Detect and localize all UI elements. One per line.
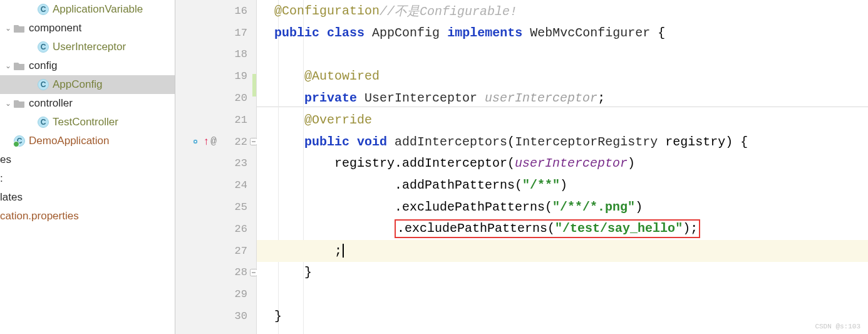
- chevron-down-icon: ⌄: [4, 61, 13, 70]
- gutter-line[interactable]: 18: [175, 44, 256, 66]
- ide-root: CApplicationVariable⌄componentCUserInter…: [0, 0, 868, 334]
- line-number: 18: [235, 48, 247, 60]
- class-icon: C: [38, 4, 49, 15]
- tree-item-truncated[interactable]: lates: [0, 188, 175, 207]
- tree-class[interactable]: CUserInterceptor: [0, 38, 175, 56]
- code-line: [257, 44, 868, 66]
- line-number: 22: [235, 136, 247, 148]
- line-number: 25: [235, 201, 247, 213]
- tree-folder[interactable]: ⌄component: [0, 19, 175, 38]
- code-line: @Autowired: [257, 65, 868, 87]
- annotation: @Autowired: [304, 69, 380, 83]
- tree-item-label: TestController: [53, 116, 118, 128]
- code-line: @Configuration//不是Configurable!: [257, 0, 868, 22]
- tree-item-label: lates: [0, 191, 23, 204]
- override-marker[interactable]: ↑@: [193, 136, 217, 148]
- code-line: public class AppConfig implements WebMvc…: [257, 22, 868, 44]
- code-line: public void addInterceptors(InterceptorR…: [257, 131, 868, 153]
- line-number: 19: [235, 70, 247, 82]
- code-line: }: [257, 305, 868, 327]
- code-line: private UserInterceptor userInterceptor;: [257, 87, 868, 109]
- code-line: }: [257, 262, 868, 284]
- code-line-current: ;: [257, 240, 868, 262]
- tree-class[interactable]: CDemoApplication: [0, 132, 175, 150]
- line-number: 24: [235, 179, 247, 191]
- line-number: 17: [235, 27, 247, 39]
- chevron-down-icon: ⌄: [4, 99, 13, 108]
- gutter-line[interactable]: 23: [175, 153, 256, 175]
- gutter-line[interactable]: 26: [175, 218, 256, 240]
- gutter-line[interactable]: 29: [175, 283, 256, 305]
- code-line: .excludePathPatterns("/**/*.png"): [257, 196, 868, 218]
- line-number: 21: [235, 114, 247, 126]
- watermark: CSDN @s:103: [815, 323, 860, 330]
- tree-folder[interactable]: ⌄controller: [0, 94, 175, 113]
- gutter-line[interactable]: 16: [175, 0, 256, 22]
- chevron-down-icon: ⌄: [4, 24, 13, 33]
- svg-point-1: [195, 141, 197, 143]
- tree-item-label: ApplicationVariable: [53, 3, 143, 16]
- code-line: @Override: [257, 109, 868, 131]
- tree-item-label: UserInterceptor: [53, 41, 126, 53]
- code-gutter[interactable]: 161718192021↑@222324252627282930: [175, 0, 257, 334]
- code-line: [257, 283, 868, 305]
- tree-item-label: component: [29, 22, 81, 34]
- tree-item-label: config: [29, 60, 57, 72]
- project-tree[interactable]: CApplicationVariable⌄componentCUserInter…: [0, 0, 175, 334]
- gutter-line[interactable]: ↑@22: [175, 131, 256, 153]
- highlighted-code-box: .excludePathPatterns("/test/say_hello");: [395, 219, 700, 238]
- gutter-line[interactable]: 28: [175, 262, 256, 284]
- code-editor[interactable]: @Configuration//不是Configurable! public c…: [257, 0, 868, 334]
- line-number: 16: [235, 5, 247, 17]
- annotation: @Override: [304, 113, 372, 127]
- folder-icon: [14, 24, 25, 33]
- tree-item-truncated[interactable]: cation.properties: [0, 207, 175, 226]
- line-number: 23: [235, 157, 247, 169]
- class-icon: C: [14, 135, 25, 147]
- gutter-line[interactable]: 30: [175, 305, 256, 327]
- class-icon: C: [38, 79, 49, 90]
- class-icon: C: [38, 41, 49, 53]
- annotation: @Configuration: [274, 4, 380, 18]
- tree-item-label: es: [0, 154, 11, 166]
- tree-item-label: DemoApplication: [29, 135, 110, 147]
- code-line: .excludePathPatterns("/test/say_hello");: [257, 218, 868, 240]
- comment: //不是Configurable!: [380, 3, 517, 19]
- line-number: 29: [235, 288, 247, 300]
- tree-folder[interactable]: ⌄config: [0, 56, 175, 75]
- text-cursor: [343, 244, 344, 258]
- folder-icon: [14, 61, 25, 70]
- tree-item-label: :: [0, 172, 3, 185]
- gutter-line[interactable]: 19: [175, 65, 256, 87]
- code-line: .addPathPatterns("/**"): [257, 174, 868, 196]
- tree-item-label: AppConfig: [53, 78, 102, 91]
- gutter-line[interactable]: 21: [175, 109, 256, 131]
- code-line: registry.addInterceptor(userInterceptor): [257, 153, 868, 175]
- line-number: 26: [235, 223, 247, 235]
- line-number: 30: [235, 310, 247, 322]
- gutter-line[interactable]: 17: [175, 22, 256, 44]
- tree-item-truncated[interactable]: :: [0, 169, 175, 188]
- class-icon: C: [38, 117, 49, 128]
- tree-class[interactable]: CAppConfig: [0, 75, 175, 94]
- tree-class[interactable]: CTestController: [0, 113, 175, 132]
- gutter-line[interactable]: 25: [175, 196, 256, 218]
- tree-class[interactable]: CApplicationVariable: [0, 0, 175, 19]
- line-number: 20: [235, 92, 247, 104]
- tree-item-truncated[interactable]: es: [0, 150, 175, 169]
- gutter-line[interactable]: 20: [175, 87, 256, 109]
- folder-icon: [14, 99, 25, 108]
- tree-item-label: controller: [29, 97, 73, 110]
- line-number: 27: [235, 245, 247, 257]
- gutter-line[interactable]: 24: [175, 174, 256, 196]
- line-number: 28: [235, 266, 247, 278]
- gutter-line[interactable]: 27: [175, 240, 256, 262]
- tree-item-label: cation.properties: [0, 210, 79, 222]
